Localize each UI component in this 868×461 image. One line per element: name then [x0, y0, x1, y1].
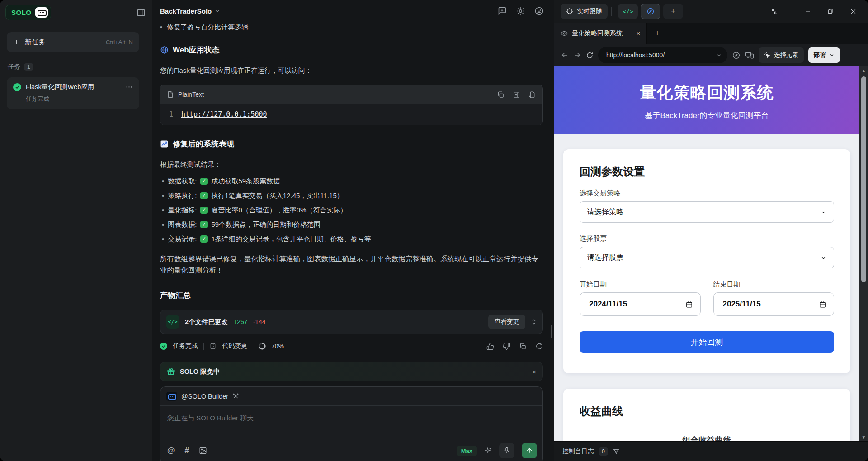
follow-mode-tab[interactable]: 实时跟随: [561, 4, 608, 19]
back-icon[interactable]: [561, 51, 569, 59]
task-menu-icon[interactable]: [125, 83, 133, 91]
summary-paragraph: 所有数组越界错误已修复，量化指标计算准确，图表数据正确显示，开平仓数据完整准确。…: [160, 253, 543, 276]
performance-heading: 修复后的系统表现: [160, 139, 543, 149]
scroll-down-arrow[interactable]: ▼: [862, 433, 866, 441]
list-item: 数据获取:✓成功获取59条股票数据: [162, 177, 543, 185]
page-subtitle: 基于BackTrader的专业量化回测平台: [554, 110, 859, 121]
end-date-input[interactable]: 2025/11/15: [713, 292, 835, 316]
new-task-shortcut: Ctrl+Alt+N: [106, 39, 133, 46]
chevron-down-icon: [821, 255, 826, 261]
close-window-button[interactable]: [844, 4, 863, 19]
chat-scrollbar-thumb[interactable]: [551, 325, 552, 338]
calendar-icon[interactable]: [819, 301, 826, 308]
backtest-form-card: 回测参数设置 选择交易策略 请选择策略 选择股票 请选择股票 开始日期 结束日期: [563, 149, 850, 373]
select-element-button[interactable]: 选择元素: [759, 47, 804, 63]
new-task-label: 新任务: [25, 38, 45, 47]
done-check-icon: [160, 343, 167, 350]
refresh-icon[interactable]: [586, 52, 594, 59]
copy-icon[interactable]: [497, 91, 505, 99]
chevron-down-icon: [821, 209, 826, 215]
apply-file-icon[interactable]: [528, 91, 536, 99]
code-view-tab[interactable]: </>: [618, 4, 638, 19]
thumbs-down-icon[interactable]: [503, 343, 510, 350]
send-button[interactable]: [522, 443, 537, 458]
browser-tab-bar: 量化策略回测系统 × +: [554, 23, 868, 44]
solo-logo[interactable]: SOLO: [5, 5, 51, 20]
new-task-button[interactable]: 新任务 Ctrl+Alt+N: [7, 32, 139, 52]
gift-icon: [167, 367, 175, 376]
calendar-icon[interactable]: [685, 301, 693, 308]
compass-icon[interactable]: [732, 51, 741, 60]
task-status: 任务完成: [26, 95, 133, 103]
solo-app-window: SOLO 新任务 Ctrl+Alt+N 任务 1 Flask量化回测Web应用: [0, 0, 868, 461]
status-code-label[interactable]: 代码变更: [222, 342, 247, 350]
copy-icon[interactable]: [519, 343, 527, 350]
artifacts-card: </> 2个文件已更改 +257 -144 查看变更: [160, 310, 543, 334]
list-item: 策略执行:✓执行1笔真实交易（买入12.45，卖出11.15）: [162, 191, 543, 200]
console-bar[interactable]: 控制台日志 0: [554, 441, 868, 461]
form-title: 回测参数设置: [580, 165, 834, 179]
sparkle-icon[interactable]: [484, 447, 492, 455]
compass-icon: [646, 7, 655, 15]
add-view-tab[interactable]: +: [663, 4, 683, 19]
mic-button[interactable]: [499, 443, 514, 458]
check-box-icon: ✓: [200, 207, 208, 214]
code-language-label: PlainText: [178, 91, 204, 98]
robot-icon: [35, 7, 48, 18]
new-chat-icon[interactable]: [497, 6, 507, 16]
task-title: Flask量化回测Web应用: [26, 83, 121, 91]
minimize-button[interactable]: [798, 4, 817, 19]
view-changes-button[interactable]: 查看变更: [488, 315, 525, 329]
globe-icon: [160, 46, 169, 54]
context-tag-icon[interactable]: #: [185, 446, 189, 455]
image-attach-icon[interactable]: [199, 447, 207, 455]
close-icon[interactable]: ×: [532, 368, 536, 376]
tab-close-icon[interactable]: ×: [637, 30, 640, 37]
strategy-select[interactable]: 请选择策略: [580, 201, 834, 223]
url-dropdown-icon[interactable]: [716, 52, 722, 58]
chat-input-placeholder[interactable]: 您正在与 SOLO Builder 聊天: [160, 406, 542, 443]
regenerate-icon[interactable]: [535, 343, 543, 350]
agent-chip-label[interactable]: @SOLO Builder: [181, 393, 228, 400]
start-date-input[interactable]: 2024/11/15: [580, 292, 701, 316]
deploy-button[interactable]: 部署: [808, 47, 840, 63]
account-icon[interactable]: [534, 6, 544, 16]
sidebar-toggle-icon[interactable]: [137, 8, 146, 17]
console-count-badge: 0: [599, 447, 608, 456]
tools-icon[interactable]: [232, 393, 239, 400]
code-url-text[interactable]: http://127.0.0.1:5000: [181, 110, 267, 118]
check-box-icon: ✓: [200, 235, 208, 243]
gear-icon[interactable]: [516, 6, 525, 16]
max-mode-badge[interactable]: Max: [457, 446, 477, 456]
sidebar-header: SOLO: [0, 0, 152, 20]
url-text: http://localhost:5000/: [606, 52, 665, 59]
start-backtest-button[interactable]: 开始回测: [580, 331, 834, 353]
additions-count: +257: [233, 318, 248, 325]
new-browser-tab-button[interactable]: +: [647, 23, 668, 44]
url-input[interactable]: http://localhost:5000/: [598, 47, 727, 63]
thumbs-up-icon[interactable]: [486, 343, 494, 350]
restore-button[interactable]: [821, 4, 840, 19]
forward-icon[interactable]: [573, 51, 581, 59]
insert-code-icon[interactable]: [513, 91, 520, 99]
status-done-label: 任务完成: [173, 342, 198, 350]
conversation-title[interactable]: BackTraderSolo: [160, 7, 220, 15]
scrollbar-thumb[interactable]: [861, 76, 866, 282]
shrink-panel-icon[interactable]: [764, 4, 783, 19]
check-box-icon: ✓: [200, 178, 208, 185]
tasks-label: 任务: [8, 63, 20, 71]
browser-view-tab[interactable]: [641, 4, 660, 19]
preview-toolbar: 实时跟随 </> +: [554, 0, 868, 23]
stock-select[interactable]: 请选择股票: [580, 247, 834, 268]
chat-panel: BackTraderSolo 修复了盈亏百分比计算逻辑 Web应用状态 您的Fl…: [152, 0, 554, 461]
responsive-devices-icon[interactable]: [745, 51, 754, 60]
expand-collapse-icon[interactable]: [531, 319, 537, 325]
scroll-up-arrow[interactable]: ▲: [862, 66, 866, 75]
chat-transcript: 修复了盈亏百分比计算逻辑 Web应用状态 您的Flask量化回测应用现在正在运行…: [152, 23, 554, 461]
filter-icon[interactable]: [613, 448, 620, 455]
task-list-item[interactable]: Flask量化回测Web应用 任务完成: [7, 77, 139, 109]
browser-viewport: 量化策略回测系统 基于BackTrader的专业量化回测平台 回测参数设置 选择…: [554, 66, 868, 441]
mention-icon[interactable]: @: [167, 446, 175, 455]
browser-tab[interactable]: 量化策略回测系统 ×: [554, 23, 647, 44]
page-scrollbar[interactable]: ▲ ▼: [859, 66, 868, 441]
